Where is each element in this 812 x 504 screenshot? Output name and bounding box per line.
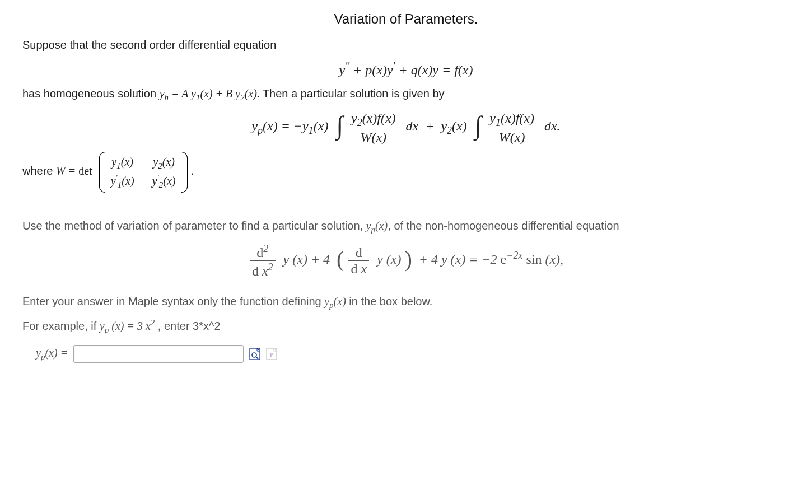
- ode-text: y′′ + p(x)y′ + q(x)y = f(x): [339, 63, 473, 77]
- target-ode: d2 d x2 y (x) + 4 ( d d x y (x) ) + 4 y …: [22, 244, 790, 278]
- answer-prompt: yp(x) =: [36, 347, 68, 362]
- homogeneous-solution: yh = A y1(x) + B y2(x).: [160, 87, 263, 100]
- example-math: yp (x) = 3 x2: [100, 320, 155, 332]
- document-icon[interactable]: P: [266, 348, 277, 360]
- intro-line-2: has homogeneous solution yh = A y1(x) + …: [22, 86, 790, 104]
- question-line-1a: Use the method of variation of parameter…: [22, 220, 366, 232]
- ode-equation: y′′ + p(x)y′ + q(x)y = f(x): [22, 60, 790, 78]
- wronskian-definition: where W = det y1(x) y2(x) y′1(x) y′2(x) …: [22, 152, 790, 193]
- instruction-line-2: Enter your answer in Maple syntax only t…: [22, 293, 790, 311]
- question-line-1: Use the method of variation of parameter…: [22, 218, 790, 236]
- intro-line-2a: has homogeneous solution: [22, 87, 160, 100]
- instruction-line-3a: For example, if: [22, 320, 100, 332]
- preview-icon[interactable]: [249, 348, 260, 360]
- where-label: where: [22, 165, 56, 177]
- yp-inline-2: yp(x): [324, 295, 346, 307]
- intro-line-1: Suppose that the second order differenti…: [22, 37, 790, 53]
- answer-row: yp(x) = P: [36, 345, 790, 363]
- svg-text:P: P: [270, 352, 273, 358]
- wronskian-math: W = det y1(x) y2(x) y′1(x) y′2(x) .: [56, 165, 194, 177]
- section-divider: [22, 204, 644, 204]
- instruction-line-3b: , enter 3*x^2: [158, 320, 221, 332]
- page-title: Variation of Parameters.: [22, 11, 790, 27]
- yp-inline: yp(x): [366, 220, 388, 232]
- instruction-line-3: For example, if yp (x) = 3 x2 , enter 3*…: [22, 317, 790, 336]
- instruction-line-2a: Enter your answer in Maple syntax only t…: [22, 295, 324, 307]
- instruction-line-2b: in the box below.: [349, 295, 432, 307]
- intro-line-2b: Then a particular solution is given by: [263, 87, 445, 100]
- answer-input[interactable]: [73, 345, 244, 363]
- question-line-1b: , of the non-homogeneous differential eq…: [388, 220, 619, 232]
- particular-solution-formula: yp(x) = −y1(x) ∫ y2(x)f(x) W(x) dx + y2(…: [22, 111, 790, 144]
- det-label: det: [78, 165, 92, 177]
